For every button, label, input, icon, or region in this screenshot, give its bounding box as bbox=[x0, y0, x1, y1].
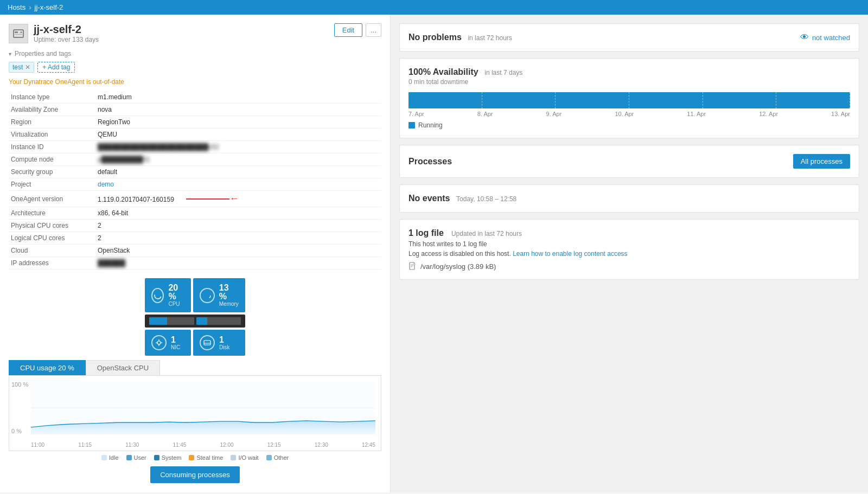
disk-bar-2 bbox=[196, 317, 241, 325]
x-label: 12:30 bbox=[315, 442, 328, 448]
avail-legend: Running bbox=[409, 121, 850, 129]
all-processes-button[interactable]: All processes bbox=[793, 154, 850, 169]
not-watched-label: not watched bbox=[812, 34, 850, 42]
legend-dot bbox=[266, 455, 272, 460]
avail-dash-4 bbox=[629, 92, 703, 108]
chart-y-axis: 100 % 0 % bbox=[9, 381, 31, 434]
tags-row: test ✕ + Add tag bbox=[9, 62, 381, 73]
svg-rect-3 bbox=[15, 34, 22, 35]
events-section: No events Today, 10:58 – 12:58 bbox=[399, 184, 859, 213]
properties-table: Instance typem1.mediumAvailability Zonen… bbox=[9, 91, 381, 270]
prop-link[interactable]: demo bbox=[98, 181, 114, 188]
host-header: jj-x-self-2 Uptime: over 133 days Edit .… bbox=[9, 23, 381, 43]
table-row: CloudOpenStack bbox=[9, 245, 381, 257]
avail-x-label: 11. Apr bbox=[687, 111, 706, 117]
cpu-chart-section: CPU usage 20 % OpenStack CPU 100 % 0 % bbox=[9, 360, 381, 483]
chart-tabs: CPU usage 20 % OpenStack CPU bbox=[9, 360, 381, 375]
table-row: RegionRegionTwo bbox=[9, 116, 381, 129]
prop-value: nova bbox=[95, 104, 381, 116]
edit-button[interactable]: Edit bbox=[334, 23, 362, 37]
legend-dot bbox=[126, 455, 132, 460]
watched-badge[interactable]: 👁 not watched bbox=[800, 33, 850, 42]
nic-value: 1 bbox=[171, 336, 180, 344]
avail-x-label: 13. Apr bbox=[831, 111, 850, 117]
x-label: 11:30 bbox=[125, 442, 139, 448]
legend-label: System bbox=[162, 454, 182, 461]
right-panel: No problems in last 72 hours 👁 not watch… bbox=[391, 15, 868, 492]
no-problems-subtitle: in last 72 hours bbox=[468, 34, 512, 42]
availability-subtitle: in last 7 days bbox=[484, 69, 522, 76]
x-label: 12:00 bbox=[220, 442, 234, 448]
x-label: 11:15 bbox=[78, 442, 92, 448]
table-row: Availability Zonenova bbox=[9, 104, 381, 116]
x-label: 12:15 bbox=[267, 442, 281, 448]
log-file-path: /var/log/syslog (3.89 kB) bbox=[420, 262, 496, 271]
consuming-processes-button[interactable]: Consuming processes bbox=[150, 466, 240, 483]
memory-icon bbox=[200, 288, 215, 303]
memory-circle-icon bbox=[203, 291, 212, 300]
avail-legend-label: Running bbox=[418, 121, 443, 129]
properties-section-header[interactable]: ▾ Properties and tags bbox=[9, 50, 381, 57]
legend-item: User bbox=[126, 454, 146, 461]
cpu-circle-icon bbox=[154, 291, 162, 300]
log-file-name: /var/log/syslog (3.89 kB) bbox=[409, 262, 850, 271]
processes-section: Processes All processes bbox=[399, 145, 859, 178]
y-top: 100 % bbox=[11, 381, 29, 388]
avail-legend-dot bbox=[409, 122, 415, 129]
prop-value: 2 bbox=[95, 232, 381, 245]
add-tag-button[interactable]: + Add tag bbox=[37, 62, 75, 73]
nic-icon bbox=[151, 335, 167, 350]
tag-close-icon[interactable]: ✕ bbox=[25, 63, 30, 71]
warning-message: Your Dynatrace OneAgent is out-of-date bbox=[9, 78, 381, 86]
legend-label: Other bbox=[274, 454, 289, 461]
availability-title: 100% Availability bbox=[409, 67, 478, 76]
tag-test: test ✕ bbox=[9, 62, 34, 73]
avail-dashes bbox=[409, 92, 850, 108]
nic-widget: 1 NIC bbox=[145, 330, 191, 356]
table-row: Logical CPU cores2 bbox=[9, 232, 381, 245]
svg-rect-1 bbox=[15, 31, 18, 33]
table-row: Security groupdefault bbox=[9, 166, 381, 178]
tab-cpu-usage[interactable]: CPU usage 20 % bbox=[9, 360, 86, 375]
processes-header: Processes All processes bbox=[409, 154, 850, 169]
no-problems-header: No problems in last 72 hours 👁 not watch… bbox=[409, 33, 850, 42]
events-title: No events bbox=[409, 194, 450, 203]
prop-key: IP addresses bbox=[9, 257, 95, 270]
svg-point-6 bbox=[157, 341, 161, 344]
log-link[interactable]: Learn how to enable log content access bbox=[513, 250, 627, 258]
disk-widget bbox=[145, 315, 245, 328]
prop-value: RegionTwo bbox=[95, 116, 381, 129]
chart-area: 100 % 0 % bbox=[9, 375, 381, 451]
server-icon bbox=[12, 28, 24, 40]
more-button[interactable]: ... bbox=[366, 23, 381, 37]
nic-svg-icon bbox=[155, 338, 163, 347]
cpu-widget: 20 % CPU bbox=[145, 278, 191, 312]
prop-key: Availability Zone bbox=[9, 104, 95, 116]
cpu-value: 20 % bbox=[168, 284, 184, 301]
x-label: 11:00 bbox=[31, 442, 44, 448]
breadcrumb-hosts[interactable]: Hosts bbox=[8, 3, 25, 11]
logs-title-row: 1 log file Updated in last 72 hours bbox=[409, 228, 850, 238]
prop-key: Cloud bbox=[9, 245, 95, 257]
prop-value: ████████████████████████c52 bbox=[95, 141, 381, 153]
left-panel: jj-x-self-2 Uptime: over 133 days Edit .… bbox=[0, 15, 391, 492]
svg-rect-11 bbox=[204, 341, 210, 345]
no-problems-section: No problems in last 72 hours 👁 not watch… bbox=[399, 23, 859, 52]
table-row: IP addresses██████ bbox=[9, 257, 381, 270]
legend-item: Idle bbox=[101, 454, 119, 461]
tab-openstack-cpu[interactable]: OpenStack CPU bbox=[86, 360, 160, 375]
legend-dot bbox=[154, 455, 159, 460]
avail-dash-2 bbox=[482, 92, 556, 108]
x-label: 12:45 bbox=[362, 442, 375, 448]
log-info-1: This host writes to 1 log file bbox=[409, 240, 850, 248]
prop-key: Instance type bbox=[9, 91, 95, 104]
prop-key: Virtualization bbox=[9, 129, 95, 141]
breadcrumb-sep: › bbox=[29, 3, 31, 11]
version-arrow: ← bbox=[185, 193, 239, 204]
prop-key: Compute node bbox=[9, 153, 95, 166]
disk-svg-icon bbox=[203, 338, 212, 347]
prop-key: Physical CPU cores bbox=[9, 220, 95, 232]
caret-icon: ▾ bbox=[9, 51, 11, 57]
avail-x-label: 10. Apr bbox=[615, 111, 634, 117]
chart-svg bbox=[31, 381, 375, 434]
